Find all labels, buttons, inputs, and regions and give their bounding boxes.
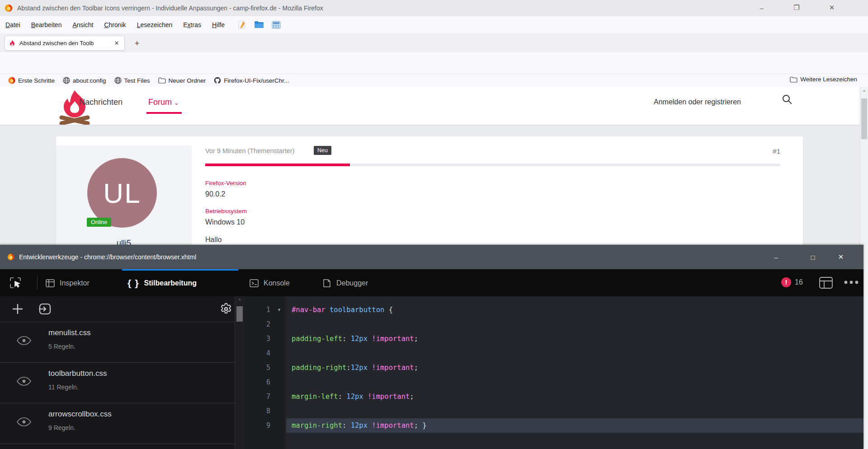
visibility-eye-icon[interactable] [16, 417, 32, 427]
stylesheet-item-menulist[interactable]: menulist.css 5 Regeln. [0, 322, 235, 363]
campfire-logo [53, 89, 96, 125]
menu-datei[interactable]: Datei [0, 19, 26, 31]
folder-icon [158, 77, 166, 84]
code-editor[interactable]: #nav-bar toolbarbutton { padding-left: 1… [286, 296, 863, 449]
devtools-window: Entwicklerwerkzeuge - chrome://browser/c… [0, 245, 863, 449]
bookmark-firefox-ui-fix[interactable]: Firefox-UI-Fix/userChr... [214, 77, 289, 84]
globe-icon [114, 77, 122, 84]
menu-extras[interactable]: Extras [178, 19, 207, 31]
code-line-5[interactable]: padding-right:12px !important; [286, 360, 863, 375]
menu-hilfe[interactable]: Hilfe [207, 19, 230, 31]
site-header: Nachrichten Forum ⌄ Anmelden oder regist… [0, 87, 868, 125]
options-gear-icon[interactable] [220, 303, 232, 315]
import-stylesheet-icon[interactable] [38, 303, 52, 315]
post-timestamp[interactable]: Vor 9 Minuten (Themenstarter) [205, 147, 294, 154]
code-line-7[interactable]: margin-left: 12px !important; [286, 389, 863, 404]
bookmark-about-config[interactable]: about:config [63, 77, 106, 84]
devtools-titlebar: Entwicklerwerkzeuge - chrome://browser/c… [0, 245, 863, 269]
new-stylesheet-icon[interactable] [12, 303, 24, 315]
online-status-badge: Online [87, 218, 111, 227]
devtools-toolbar: Inspektor { } Stilbearbeitung Konsole De… [0, 269, 863, 296]
code-line-3[interactable]: padding-left: 12px !important; [286, 332, 863, 346]
window-minimize-button[interactable]: – [748, 0, 775, 15]
tab-stilbearbeitung[interactable]: { } Stilbearbeitung [127, 276, 197, 291]
inspector-icon [45, 278, 55, 288]
post-divider-bar [205, 164, 780, 166]
globe-icon [63, 77, 70, 84]
devtools-minimize-button[interactable]: – [766, 249, 787, 265]
bookmarks-more-button[interactable]: Weitere Lesezeichen [790, 76, 857, 83]
tab-favicon-flame-icon [9, 40, 16, 47]
visibility-eye-icon[interactable] [16, 376, 32, 386]
devtools-maximize-button[interactable]: □ [802, 249, 823, 265]
tab-bar: Abstand zwischen den Toolb ✕ + [0, 33, 868, 52]
post-divider-bar-red [205, 164, 350, 166]
scrollbar-up-icon[interactable]: ⌃ [235, 297, 244, 304]
error-count[interactable]: ! 16 [781, 277, 803, 287]
bookmark-test-files[interactable]: Test Files [114, 77, 150, 84]
site-nav-nachrichten[interactable]: Nachrichten [79, 98, 123, 107]
firefox-bookmark-icon [8, 77, 15, 84]
field-label-firefox-version: Firefox-Version [205, 180, 246, 187]
scrollbar-thumb[interactable] [861, 98, 867, 139]
tab-inspektor[interactable]: Inspektor [45, 276, 90, 291]
github-icon [214, 77, 221, 84]
sidebar-scrollbar[interactable]: ⌃ [235, 296, 244, 449]
window-maximize-button[interactable]: ❐ [783, 0, 810, 15]
tab-debugger[interactable]: Debugger [322, 276, 368, 291]
avatar[interactable]: UL [87, 158, 157, 228]
screen: Abstand zwischen den Toolbar Icons verri… [0, 0, 868, 449]
firefox-logo-icon [5, 4, 13, 12]
bookmarks-toolbar: Erste Schritte about:config Test Files N… [0, 74, 868, 87]
bookmark-erste-schritte[interactable]: Erste Schritte [8, 77, 55, 84]
tab-active[interactable]: Abstand zwischen den Toolb ✕ [5, 36, 125, 51]
site-nav-forum[interactable]: Forum ⌄ [148, 98, 179, 107]
menu-chronik[interactable]: Chronik [99, 19, 131, 31]
stylesheet-item-toolbarbutton[interactable]: toolbarbutton.css 11 Regeln. [0, 363, 235, 403]
field-value-firefox-version: 90.0.2 [205, 190, 225, 198]
post-number-link[interactable]: #1 [773, 147, 780, 155]
blue-folder-icon[interactable] [254, 20, 264, 30]
tab-close-icon[interactable]: ✕ [113, 40, 121, 47]
login-link[interactable]: Anmelden oder registrieren [654, 98, 741, 106]
chevron-down-icon: ⌄ [174, 99, 179, 106]
pick-element-icon[interactable] [9, 276, 23, 291]
meatball-menu-icon[interactable] [844, 280, 859, 285]
field-value-betriebssystem: Windows 10 [205, 218, 245, 226]
toolbar-separator [37, 276, 38, 290]
toolbox-dock-icon[interactable] [819, 277, 833, 289]
note-pencil-icon[interactable] [236, 20, 247, 30]
visibility-eye-icon[interactable] [16, 336, 32, 346]
devtools-close-button[interactable]: ✕ [830, 249, 851, 265]
new-post-badge: Neu [314, 146, 331, 155]
devtools-title: Entwicklerwerkzeuge - chrome://browser/c… [19, 253, 196, 261]
menu-lesezeichen[interactable]: Lesezeichen [132, 19, 178, 31]
post-body-start: Hallo [205, 236, 222, 244]
window-close-button[interactable]: ✕ [818, 0, 845, 15]
firefox-logo-icon [7, 253, 14, 261]
tab-title: Abstand zwischen den Toolb [19, 40, 105, 47]
scrollbar-up-icon[interactable]: ⌃ [860, 89, 868, 95]
folder-icon [790, 76, 797, 83]
braces-icon: { } [127, 278, 140, 289]
styleeditor-sidebar-header [0, 296, 235, 322]
new-tab-button[interactable]: + [131, 37, 143, 49]
fold-arrow-icon[interactable]: ▼ [277, 308, 281, 312]
code-line-1[interactable]: #nav-bar toolbarbutton { [286, 303, 863, 317]
styleeditor-sidebar: menulist.css 5 Regeln. toolbarbutton.css… [0, 296, 235, 449]
debugger-icon [322, 278, 332, 288]
bookmark-neuer-ordner[interactable]: Neuer Ordner [158, 77, 206, 84]
window-titlebar: Abstand zwischen den Toolbar Icons verri… [0, 0, 868, 16]
tab-konsole[interactable]: Konsole [249, 276, 290, 291]
grid-calc-icon[interactable] [271, 20, 282, 30]
scrollbar-thumb[interactable] [236, 306, 243, 322]
stylesheet-item-arrowscrollbox[interactable]: arrowscrollbox.css 9 Regeln. [0, 403, 235, 444]
window-title: Abstand zwischen den Toolbar Icons verri… [17, 5, 323, 12]
code-line-9-current[interactable]: margin-right: 12px !important; } [286, 418, 863, 433]
navigation-toolbar: https://www.camp-firefox.de/forum/the ✓ … [0, 52, 868, 74]
site-search-icon[interactable] [782, 94, 792, 104]
menu-ansicht[interactable]: Ansicht [67, 19, 99, 31]
field-label-betriebssystem: Betriebssystem [205, 208, 247, 215]
devtools-active-tab-indicator [122, 269, 238, 271]
menu-bearbeiten[interactable]: Bearbeiten [26, 19, 67, 31]
